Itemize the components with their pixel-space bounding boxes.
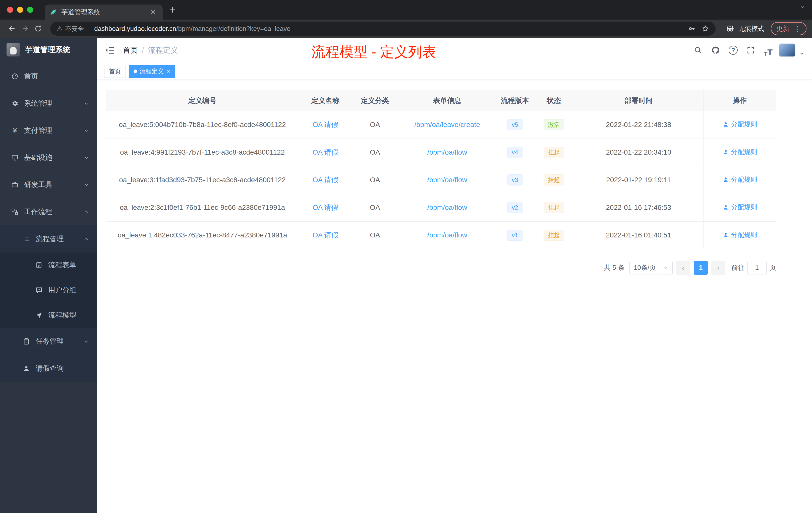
definition-name-link[interactable]: OA 请假 — [313, 231, 339, 239]
minimize-window-button[interactable] — [17, 7, 23, 13]
sidebar-logo: 芋道管理系统 — [0, 38, 97, 62]
app-title: 芋道管理系统 — [25, 45, 70, 55]
tag-home[interactable]: 首页 — [104, 65, 126, 78]
definition-name-link[interactable]: OA 请假 — [313, 176, 339, 184]
goto-page-input[interactable] — [748, 261, 766, 275]
assign-rule-button[interactable]: 分配规则 — [722, 120, 757, 129]
sidebar-item-user-group[interactable]: 用户分组 — [0, 278, 97, 303]
app-navbar: 首页 / 流程定义 ? — [97, 38, 812, 63]
definition-id: oa_leave:2:3c1f0ef1-76b1-11ec-9c66-a2380… — [106, 194, 299, 221]
definition-name-link[interactable]: OA 请假 — [313, 121, 339, 128]
sidebar-item-home[interactable]: 首页 — [0, 63, 97, 90]
new-tab-button[interactable]: + — [169, 3, 176, 16]
github-button[interactable] — [708, 43, 723, 57]
deploy-time: 2022-01-16 17:46:53 — [574, 194, 703, 221]
form-info-link[interactable]: /bpm/oa/flow — [427, 231, 467, 239]
status-badge: 挂起 — [544, 147, 564, 158]
form-info-link[interactable]: /bpm/oa/leave/create — [414, 121, 480, 128]
form-info-link[interactable]: /bpm/oa/flow — [427, 148, 467, 156]
sidebar: 芋道管理系统 首页 系统管理 ¥ 支付管理 — [0, 38, 97, 513]
back-button[interactable] — [5, 22, 19, 35]
sidebar-item-task-management[interactable]: 任务管理 — [0, 328, 97, 355]
address-bar[interactable]: ⚠ 不安全 dashboard.yudao.iocoder.cn /bpm/ma… — [50, 22, 716, 36]
definition-id: oa_leave:5:004b710b-7b8a-11ec-8ef0-acde4… — [106, 111, 299, 139]
url-path: /bpm/manager/definition?key=oa_leave — [176, 25, 290, 33]
breadcrumb-home[interactable]: 首页 — [123, 45, 138, 56]
chevron-down-icon — [663, 265, 668, 271]
window-controls[interactable] — [7, 7, 33, 13]
sidebar-item-process-model[interactable]: 流程模型 — [0, 303, 97, 328]
password-key-icon[interactable] — [688, 25, 696, 32]
update-chip[interactable]: 更新 ⋮ — [771, 22, 807, 35]
tab-title: 芋道管理系统 — [61, 8, 148, 17]
avatar-caret-icon[interactable] — [799, 51, 805, 56]
sidebar-menu: 首页 系统管理 ¥ 支付管理 基础设施 — [0, 63, 97, 382]
forward-button[interactable] — [19, 22, 32, 35]
font-size-button[interactable]: TT — [761, 43, 775, 57]
chevron-down-icon — [83, 127, 90, 134]
page-size-select[interactable]: 10条/页 — [630, 261, 673, 275]
chevron-up-icon — [83, 236, 90, 242]
fullscreen-button[interactable] — [744, 43, 758, 57]
definition-category: OA — [352, 166, 398, 194]
user-icon — [722, 149, 729, 155]
page-label: 页 — [770, 263, 776, 272]
help-button[interactable]: ? — [726, 43, 740, 57]
security-warning[interactable]: ⚠ 不安全 — [57, 25, 84, 33]
yen-icon: ¥ — [11, 127, 19, 134]
col-status: 状态 — [534, 90, 574, 111]
chevron-down-icon — [83, 100, 90, 107]
sidebar-item-infrastructure[interactable]: 基础设施 — [0, 144, 97, 171]
breadcrumb: 首页 / 流程定义 — [123, 45, 178, 56]
assign-rule-button[interactable]: 分配规则 — [722, 231, 757, 239]
dashboard-icon — [11, 72, 19, 80]
sidebar-item-devtools[interactable]: 研发工具 — [0, 171, 97, 198]
close-window-button[interactable] — [7, 7, 13, 13]
sidebar-item-system[interactable]: 系统管理 — [0, 90, 97, 117]
chevron-down-icon — [83, 338, 90, 344]
form-info-link[interactable]: /bpm/oa/flow — [427, 204, 467, 211]
col-definition-id: 定义编号 — [106, 90, 299, 111]
maximize-window-button[interactable] — [27, 7, 33, 13]
browser-chrome: 芋道管理系统 ✕ + ⚠ 不安全 dashboard.yudao.iocoder… — [0, 0, 812, 38]
assign-rule-button[interactable]: 分配规则 — [722, 203, 757, 212]
assign-rule-button[interactable]: 分配规则 — [722, 148, 757, 156]
tag-process-definition[interactable]: 流程定义 × — [129, 65, 175, 78]
definition-name-link[interactable]: OA 请假 — [313, 204, 339, 211]
user-icon — [722, 176, 729, 183]
chevron-down-icon[interactable] — [800, 4, 806, 10]
form-info-link[interactable]: /bpm/oa/flow — [427, 176, 467, 184]
sidebar-toggle-icon[interactable] — [104, 45, 115, 56]
tab-close-icon[interactable]: ✕ — [148, 8, 158, 17]
menu-dots-icon[interactable]: ⋮ — [793, 24, 801, 33]
sidebar-item-workflow[interactable]: 工作流程 — [0, 198, 97, 225]
user-avatar[interactable] — [779, 43, 795, 57]
current-page-button[interactable]: 1 — [694, 261, 708, 275]
user-icon — [722, 121, 729, 128]
assign-rule-button[interactable]: 分配规则 — [722, 175, 757, 184]
user-group-icon — [35, 286, 43, 294]
bookmark-star-icon[interactable] — [701, 25, 709, 32]
definition-name-link[interactable]: OA 请假 — [313, 148, 339, 156]
definition-id: oa_leave:3:1fad3d93-7b75-11ec-a3c8-acde4… — [106, 166, 299, 194]
search-button[interactable] — [691, 43, 705, 57]
sidebar-item-process-management[interactable]: 流程管理 — [0, 225, 97, 252]
prev-page-button[interactable]: ‹ — [676, 261, 690, 275]
user-icon — [23, 365, 30, 372]
update-label: 更新 — [776, 24, 789, 33]
pagination: 共 5 条 10条/页 ‹ 1 › 前往 页 — [106, 261, 776, 275]
col-definition-name: 定义名称 — [299, 90, 352, 111]
tag-close-icon[interactable]: × — [167, 68, 170, 75]
breadcrumb-separator: / — [142, 46, 144, 55]
github-icon — [711, 46, 720, 55]
reload-button[interactable] — [32, 22, 45, 35]
sidebar-item-payment[interactable]: ¥ 支付管理 — [0, 117, 97, 144]
sidebar-item-leave-query[interactable]: 请假查询 — [0, 355, 97, 382]
search-icon — [694, 46, 702, 55]
next-page-button[interactable]: › — [711, 261, 725, 275]
active-dot — [134, 69, 137, 73]
status-badge: 挂起 — [544, 230, 564, 241]
sidebar-item-process-form[interactable]: 流程表单 — [0, 252, 97, 278]
page-content: 定义编号 定义名称 定义分类 表单信息 流程版本 状态 部署时间 操作 oa_l… — [97, 80, 812, 275]
browser-tab[interactable]: 芋道管理系统 ✕ — [45, 4, 163, 20]
